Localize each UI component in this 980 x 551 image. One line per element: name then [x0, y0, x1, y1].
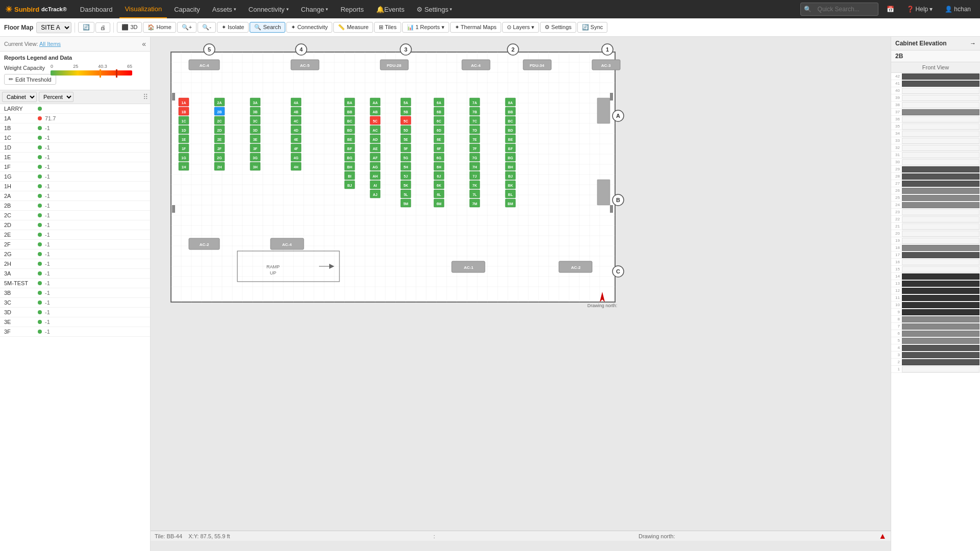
svg-text:5C: 5C	[373, 119, 378, 123]
status-dot	[38, 310, 42, 314]
svg-text:BJ: BJ	[348, 184, 352, 187]
home-button[interactable]: 🏠 Home	[143, 22, 176, 33]
reports-button[interactable]: 📊 1 Reports ▾	[402, 22, 449, 33]
3d-button[interactable]: ⬛ 3D	[117, 22, 142, 33]
nav-calendar[interactable]: 📅	[883, 6, 898, 13]
nav-reports[interactable]: Reports	[335, 0, 369, 18]
site-select[interactable]: SITE A	[36, 22, 71, 33]
cabinet-row[interactable]: 3A -1	[0, 269, 150, 279]
svg-text:AC-3: AC-3	[601, 63, 611, 68]
cabinet-name: 3C	[4, 299, 35, 306]
cabinet-value: -1	[45, 135, 50, 141]
rack-unit: 2	[891, 359, 980, 366]
current-view: Current View: All Items	[4, 41, 61, 47]
cabinet-row[interactable]: LARRY	[0, 104, 150, 114]
rack-unit: 36	[891, 116, 980, 123]
svg-text:4: 4	[300, 46, 303, 53]
svg-text:3G: 3G	[253, 156, 258, 160]
cabinet-row[interactable]: 3D -1	[0, 308, 150, 317]
column1-select[interactable]: Cabinet Name ID	[2, 92, 37, 102]
sync-button[interactable]: 🔄 Sync	[577, 22, 608, 33]
cabinet-row[interactable]: 2E -1	[0, 230, 150, 240]
nav-events[interactable]: 🔔 Events	[371, 0, 410, 18]
nav-capacity[interactable]: Capacity	[169, 0, 205, 18]
svg-text:BH: BH	[347, 165, 352, 169]
rack-unit: 8	[891, 316, 980, 323]
edit-threshold-button[interactable]: ✏ Edit Threshold	[4, 74, 56, 85]
measure-button[interactable]: 📏 Measure	[333, 22, 373, 33]
svg-text:AH: AH	[373, 174, 378, 178]
cabinet-row[interactable]: 2B -1	[0, 201, 150, 211]
status-bar: Tile: BB-44 X:Y: 87.5, 55.9 ft : Drawing…	[151, 531, 891, 541]
svg-text:BH: BH	[508, 165, 513, 169]
nav-help[interactable]: ❓ Help ▾	[902, 6, 937, 13]
refresh-button[interactable]: 🔄	[78, 22, 94, 33]
cabinet-row[interactable]: 2C -1	[0, 211, 150, 220]
cabinet-row[interactable]: 3F -1	[0, 327, 150, 337]
cabinet-row[interactable]: 1E -1	[0, 153, 150, 162]
isolate-button[interactable]: ✦ Isolate	[217, 22, 249, 33]
legend-markers: 0 25 40.3 65	[51, 64, 132, 69]
cabinet-row[interactable]: 1A 71.7	[0, 114, 150, 123]
cabinet-row[interactable]: 2G -1	[0, 249, 150, 259]
cabinet-row[interactable]: 3C -1	[0, 298, 150, 308]
connectivity-button[interactable]: ✦ Connectivity	[286, 22, 332, 33]
rack-unit: 9	[891, 309, 980, 316]
cabinet-value: -1	[45, 241, 50, 247]
map-area[interactable]: 5 4 3 2 1 A B C	[151, 37, 891, 551]
svg-text:5G: 5G	[403, 156, 408, 160]
status-dot	[38, 204, 42, 208]
floor-map-svg[interactable]: 5 4 3 2 1 A B C	[156, 42, 625, 317]
nav-user[interactable]: 👤 hchan	[941, 6, 975, 13]
search-button[interactable]: 🔍 Search	[250, 22, 285, 33]
svg-text:C: C	[616, 268, 620, 274]
cabinet-row[interactable]: 1B -1	[0, 123, 150, 133]
cabinet-row[interactable]: 2F -1	[0, 240, 150, 249]
svg-text:2: 2	[511, 46, 514, 53]
nav-dashboard[interactable]: Dashboard	[75, 0, 118, 18]
svg-rect-311	[172, 93, 175, 101]
cabinet-row[interactable]: 1G -1	[0, 172, 150, 182]
nav-connectivity[interactable]: Connectivity ▾	[243, 0, 294, 18]
cabinet-row[interactable]: 5M-TEST -1	[0, 279, 150, 288]
status-dot	[38, 262, 42, 266]
settings-button[interactable]: ⚙ Settings	[540, 22, 576, 33]
tiles-button[interactable]: ⊞ Tiles	[374, 22, 401, 33]
zoom-in-button[interactable]: 🔍+	[177, 22, 197, 33]
expand-elevation-button[interactable]: →	[970, 40, 976, 47]
svg-text:3F: 3F	[253, 147, 258, 151]
floor-map-canvas[interactable]: 5 4 3 2 1 A B C	[151, 37, 891, 541]
status-dot	[38, 126, 42, 130]
cabinet-row[interactable]: 1D -1	[0, 143, 150, 153]
status-dot	[38, 174, 42, 179]
thermal-maps-button[interactable]: ✦ Thermal Maps	[450, 22, 501, 33]
svg-text:7G: 7G	[472, 156, 477, 160]
cabinet-row[interactable]: 1F -1	[0, 162, 150, 172]
collapse-panel-button[interactable]: «	[142, 40, 146, 48]
status-dot	[38, 107, 42, 111]
all-items-link[interactable]: All Items	[39, 41, 61, 47]
nav-change[interactable]: Change ▾	[296, 0, 334, 18]
layers-button[interactable]: ⊙ Layers ▾	[502, 22, 539, 33]
cabinet-row[interactable]: 1H -1	[0, 182, 150, 191]
rack-unit: 3	[891, 352, 980, 359]
cabinet-row[interactable]: 1C -1	[0, 133, 150, 143]
cabinet-row[interactable]: 2H -1	[0, 259, 150, 269]
quick-search-input[interactable]	[814, 4, 875, 14]
svg-text:3: 3	[404, 46, 407, 53]
cabinet-row[interactable]: 2D -1	[0, 220, 150, 230]
nav-assets[interactable]: Assets ▾	[207, 0, 241, 18]
cabinet-row[interactable]: 3B -1	[0, 288, 150, 298]
print-button[interactable]: 🖨	[95, 22, 110, 33]
cabinet-row[interactable]: 3E -1	[0, 317, 150, 327]
nav-visualization[interactable]: Visualization	[119, 0, 167, 18]
column2-select[interactable]: Percent Value	[39, 92, 74, 102]
svg-text:BC: BC	[508, 119, 513, 123]
rack-unit: 11	[891, 294, 980, 302]
cabinet-row[interactable]: 2A -1	[0, 191, 150, 201]
zoom-out-button[interactable]: 🔍-	[198, 22, 216, 33]
svg-text:2C: 2C	[217, 119, 222, 123]
nav-settings[interactable]: ⚙ Settings ▾	[411, 0, 457, 18]
cabinet-name: 3E	[4, 319, 35, 325]
drag-handle[interactable]: ⠿	[143, 93, 148, 101]
